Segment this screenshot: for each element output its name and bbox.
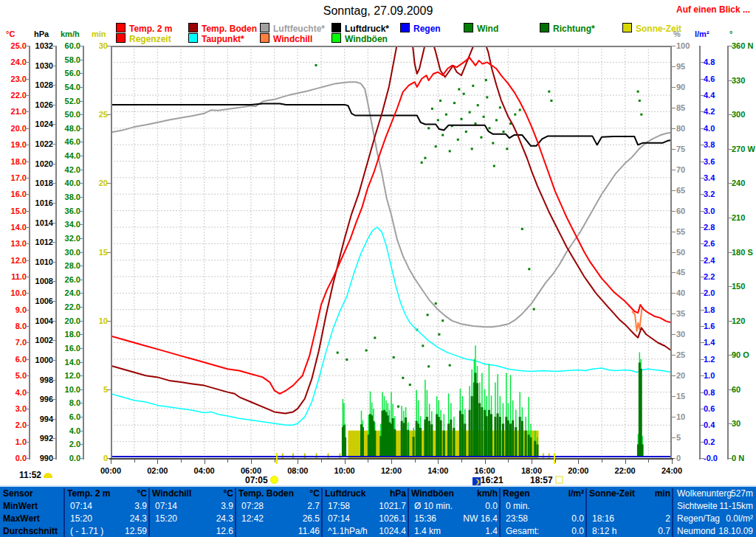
table-cell-value: 24.3 [152, 513, 233, 524]
table-cell-value: 0.0 [411, 501, 498, 512]
x-axis-tick [438, 460, 439, 464]
row-label-minwert: MinWert [3, 501, 38, 512]
x-axis-tick [205, 460, 205, 464]
x-axis-tick [134, 460, 135, 462]
table-cell-value: 1021.7 [325, 501, 406, 512]
x-axis-label: 24:00 [657, 466, 687, 475]
table-separator [408, 488, 409, 537]
x-axis-label: 04:00 [190, 466, 219, 475]
x-axis-label: 06:00 [236, 466, 266, 475]
x-axis-tick [415, 460, 416, 462]
col-unit: °C [238, 488, 320, 499]
info-value: 18.10.09 [677, 526, 753, 537]
row-label-maxwert: MaxWert [3, 513, 40, 524]
x-axis-label: 16:00 [470, 466, 500, 475]
table-cell-value: 1.4 [411, 526, 498, 537]
x-axis-label: 22:00 [611, 466, 640, 475]
x-axis-label: 20:00 [563, 466, 593, 475]
sun-event-tick [276, 453, 278, 464]
sunrise-time: 07:05 [245, 475, 268, 485]
x-axis-tick [181, 460, 182, 462]
stats-table: SensorMinWertMaxWertDurchschnittTemp. 2 … [0, 485, 756, 537]
x-axis-label: 14:00 [423, 466, 453, 475]
moonset-icon [44, 473, 52, 478]
x-axis-tick [578, 460, 579, 464]
row-label-durchschnitt: Durchschnitt [3, 526, 58, 537]
x-axis-tick [391, 460, 392, 464]
col-unit: °C [152, 488, 233, 499]
weather-day-chart-window: Sonntag, 27.09.2009 Auf einen Blick ... … [0, 0, 756, 537]
moonset-marker: 11:52 [19, 470, 52, 480]
moonset-time: 11:52 [19, 470, 41, 480]
col-unit: l/m² [503, 488, 584, 499]
table-cell-value: 26.5 [238, 513, 320, 524]
info-value: 0.0l/m² [677, 513, 753, 524]
x-axis-tick [625, 460, 626, 464]
x-axis-label: 02:00 [142, 466, 172, 475]
x-axis-tick [485, 460, 486, 464]
moonrise-time: 16:21 [481, 475, 504, 485]
sun-event-tick [554, 453, 555, 464]
sunset-marker: 18:57 [530, 475, 563, 485]
x-axis-tick [648, 460, 649, 462]
info-value: 527m [677, 488, 753, 499]
x-axis-tick [461, 460, 462, 462]
table-cell-value: 1026.1 [325, 513, 406, 524]
x-axis-tick [251, 460, 252, 464]
info-value: 11-15km [677, 501, 753, 512]
table-cell-value [503, 501, 584, 512]
x-axis-label: 12:00 [377, 466, 406, 475]
x-axis-tick [111, 460, 111, 464]
x-axis-tick [345, 460, 346, 464]
table-separator [63, 488, 65, 537]
x-axis-tick [672, 460, 673, 464]
col-unit: °C [67, 488, 147, 499]
table-cell-value [589, 501, 670, 512]
table-separator [672, 488, 673, 537]
x-axis-labels: 00:0002:0004:0006:0008:0010:0012:0014:00… [0, 0, 756, 487]
table-cell-value: 3.9 [152, 501, 233, 512]
table-cell-value: 3.9 [67, 501, 147, 512]
sunrise-marker: 07:05 [245, 475, 278, 485]
x-axis-label: 08:00 [283, 466, 312, 475]
x-axis-tick [157, 460, 158, 464]
x-axis-tick [298, 460, 298, 464]
x-axis-tick [508, 460, 509, 462]
x-axis-tick [275, 460, 275, 462]
table-separator [585, 488, 587, 537]
table-cell-value: 0.0 [503, 526, 584, 537]
x-axis-tick [602, 460, 602, 462]
table-cell-value: 0.7 [589, 526, 670, 537]
x-axis-label: 10:00 [330, 466, 360, 475]
table-cell-value: 2 [589, 513, 670, 524]
table-separator [235, 488, 236, 537]
table-cell-value: NW 16.4 [411, 513, 498, 524]
table-cell-value: 12.59 [67, 526, 147, 537]
x-axis-label: 18:00 [517, 466, 546, 475]
col-unit: hPa [325, 488, 406, 499]
sunset-icon [555, 476, 563, 484]
sunset-time: 18:57 [530, 475, 553, 485]
table-separator [321, 488, 323, 537]
table-separator [148, 488, 150, 537]
x-axis-tick [227, 460, 228, 462]
table-separator [499, 488, 501, 537]
x-axis-tick [532, 460, 532, 464]
row-label-sensor: Sensor [3, 488, 33, 499]
table-cell-value: 12.6 [152, 526, 233, 537]
table-cell-value: 2.7 [238, 501, 320, 512]
x-axis-label: 00:00 [96, 466, 126, 475]
col-unit: min [589, 488, 670, 499]
x-axis-tick [368, 460, 368, 462]
table-cell-value: 0.0 [503, 513, 584, 524]
col-unit: km/h [411, 488, 498, 499]
x-axis-tick [321, 460, 322, 462]
table-cell-value: 11.46 [238, 526, 320, 537]
table-cell-value: 1024.4 [325, 526, 406, 537]
table-cell-value: 24.3 [67, 513, 147, 524]
sunrise-sun-icon [270, 476, 278, 484]
